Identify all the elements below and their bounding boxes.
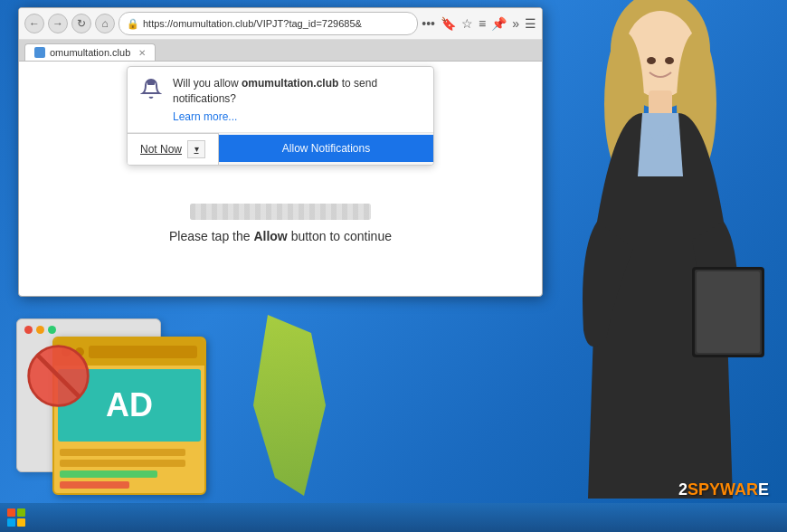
instruction-text: Please tap the Allow button to continue	[169, 229, 392, 243]
svg-rect-0	[147, 80, 155, 85]
notification-message-area: Will you allow omumultation.club to send…	[128, 67, 433, 133]
loading-bar-fill	[190, 204, 371, 220]
notification-text: Will you allow omumultation.club to send…	[173, 76, 422, 123]
lock-icon: 🔒	[127, 18, 139, 30]
svg-point-12	[647, 57, 656, 64]
toolbar-icons: ••• 🔖 ☆ ≡ 📌 » ☰	[422, 16, 536, 31]
taskbar	[0, 503, 787, 532]
address-bar[interactable]: 🔒 https://omumultation.club/VIPJT?tag_id…	[119, 12, 418, 35]
notification-domain: omumultation.club	[242, 77, 338, 90]
watermark-brand: SPYWAR	[687, 480, 758, 499]
ad-line-red	[60, 481, 129, 489]
ad-line-green	[60, 470, 157, 478]
dot-red	[24, 326, 33, 334]
woman-svg	[552, 0, 769, 499]
tab-close-button[interactable]: ✕	[138, 48, 146, 58]
browser-content: Will you allow omumultation.club to send…	[19, 62, 542, 286]
ad-line-2	[60, 460, 185, 467]
not-now-button[interactable]: Not Now ▾	[128, 133, 219, 165]
yb-address-bar	[89, 346, 197, 358]
dropdown-arrow-icon[interactable]: ▾	[187, 140, 205, 158]
no-ads-icon	[24, 342, 92, 410]
tab-favicon	[34, 47, 45, 58]
woman-figure	[552, 0, 769, 503]
tab-label: omumultation.club	[50, 47, 130, 58]
home-button[interactable]: ⌂	[95, 14, 115, 33]
watermark: 2SPYWARE	[678, 480, 769, 499]
notification-popup: Will you allow omumultation.club to send…	[127, 66, 434, 166]
more-icon[interactable]: »	[512, 16, 519, 31]
ad-lines	[54, 445, 204, 492]
dot-yellow	[36, 326, 44, 334]
url-text: https://omumultation.club/VIPJT?tag_id=7…	[143, 18, 410, 29]
hamburger-icon[interactable]: ☰	[525, 16, 536, 31]
dot-green	[48, 326, 56, 334]
allow-notifications-button[interactable]: Allow Notifications	[219, 135, 433, 162]
ad-illustration: AD	[16, 318, 215, 499]
svg-rect-11	[697, 271, 760, 353]
notification-bell-icon	[138, 76, 164, 101]
active-tab[interactable]: omumultation.club ✕	[24, 43, 156, 61]
notification-buttons: Not Now ▾ Allow Notifications	[128, 133, 433, 165]
browser-window: ← → ↻ ⌂ 🔒 https://omumultation.club/VIPJ…	[18, 7, 543, 297]
allow-keyword: Allow	[253, 229, 287, 243]
bookmark-icon[interactable]: 🔖	[441, 16, 456, 31]
refresh-button[interactable]: ↻	[71, 14, 91, 33]
ad-line-1	[60, 449, 185, 456]
title-bar: ← → ↻ ⌂ 🔒 https://omumultation.club/VIPJ…	[19, 8, 542, 40]
browser-chrome: ← → ↻ ⌂ 🔒 https://omumultation.club/VIPJ…	[19, 8, 542, 62]
menu-dots-icon[interactable]: •••	[422, 16, 435, 31]
reading-icon[interactable]: ≡	[479, 16, 486, 31]
ad-label: AD	[106, 386, 153, 424]
learn-more-link[interactable]: Learn more...	[173, 110, 422, 123]
star-icon[interactable]: ☆	[461, 16, 473, 31]
tab-bar: omumultation.club ✕	[19, 40, 542, 62]
notification-message: Will you allow omumultation.club to send…	[173, 76, 422, 107]
back-button[interactable]: ←	[24, 14, 44, 33]
svg-point-13	[665, 57, 674, 64]
pin-icon[interactable]: 📌	[491, 16, 507, 31]
forward-button[interactable]: →	[48, 14, 68, 33]
loading-bar	[190, 204, 371, 220]
loading-area: Please tap the Allow button to continue	[169, 204, 392, 243]
